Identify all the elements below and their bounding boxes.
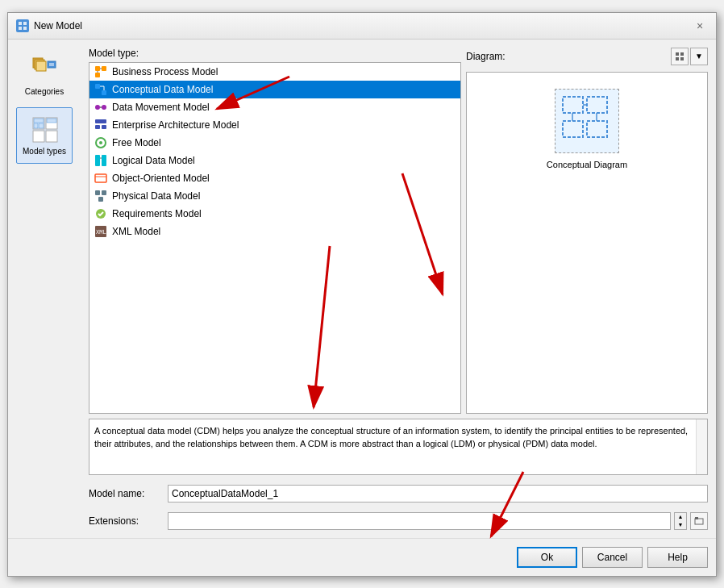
svg-rect-31	[102, 125, 106, 129]
req-icon	[94, 207, 107, 220]
svg-rect-12	[39, 123, 44, 128]
list-item-label: Conceptual Data Model	[112, 84, 213, 95]
ok-button[interactable]: Ok	[517, 547, 577, 568]
sidebar-item-categories[interactable]: Categories	[16, 48, 73, 104]
left-sidebar: Categories	[16, 48, 81, 530]
list-item-label: XML Model	[112, 226, 160, 237]
diagram-toolbar: ▼	[671, 48, 708, 65]
svg-point-26	[95, 105, 100, 110]
extensions-input[interactable]	[168, 512, 671, 530]
svg-point-27	[102, 105, 106, 110]
diagram-section: Diagram:	[466, 48, 708, 414]
title-bar: New Model ×	[8, 13, 716, 40]
svg-rect-11	[34, 123, 38, 128]
list-item[interactable]: Data Movement Model	[89, 98, 460, 116]
list-item-label: Free Model	[112, 137, 161, 148]
model-type-label: Model type:	[89, 48, 461, 59]
svg-rect-10	[34, 119, 44, 123]
diagram-thumbnail	[555, 89, 619, 153]
svg-rect-14	[47, 119, 56, 123]
cancel-button[interactable]: Cancel	[582, 547, 643, 568]
model-name-input[interactable]	[168, 485, 708, 503]
dialog-title: New Model	[34, 20, 82, 31]
model-name-label: Model name:	[89, 488, 161, 499]
main-content: Categories	[16, 48, 708, 530]
svg-rect-56	[695, 519, 703, 524]
dialog-icon	[16, 19, 29, 32]
oom-icon	[94, 172, 107, 185]
svg-rect-57	[695, 517, 698, 519]
list-item[interactable]: Object-Oriented Model	[89, 169, 460, 187]
svg-rect-22	[95, 84, 100, 89]
free-icon	[94, 136, 107, 149]
list-item[interactable]: Conceptual Data Model	[89, 81, 460, 98]
svg-rect-35	[102, 155, 106, 166]
list-item-label: Requirements Model	[112, 208, 202, 219]
svg-text:XML: XML	[96, 229, 106, 236]
help-button[interactable]: Help	[647, 547, 708, 568]
svg-rect-34	[95, 155, 100, 166]
svg-rect-30	[95, 125, 100, 129]
center-panel: Model type:	[89, 48, 708, 530]
svg-rect-47	[676, 57, 679, 60]
svg-rect-2	[19, 27, 22, 30]
spin-down[interactable]: ▼	[675, 521, 686, 529]
list-item-label: Physical Data Model	[112, 190, 200, 202]
list-item-label: Enterprise Architecture Model	[112, 119, 239, 131]
sidebar-item-model-types[interactable]: Model types	[16, 107, 73, 164]
panel-row: Model type:	[89, 48, 708, 414]
svg-rect-1	[23, 22, 27, 25]
grid-view-button[interactable]	[671, 48, 689, 65]
description-text: A conceptual data model (CDM) helps you …	[94, 426, 688, 449]
pdm-icon	[94, 190, 107, 202]
list-item-label: Logical Data Model	[112, 155, 195, 166]
dialog-body: Categories	[8, 40, 716, 538]
model-types-icon	[30, 115, 59, 144]
list-item[interactable]: Free Model	[89, 134, 460, 152]
svg-rect-51	[563, 121, 583, 137]
svg-rect-8	[49, 63, 54, 66]
categories-label: Categories	[25, 87, 64, 97]
svg-rect-46	[680, 52, 684, 56]
list-item-label: Data Movement Model	[112, 102, 210, 113]
svg-rect-23	[102, 90, 106, 95]
svg-rect-48	[680, 57, 684, 60]
extensions-browse-button[interactable]	[690, 512, 708, 530]
svg-rect-3	[23, 27, 27, 30]
model-types-label: Model types	[23, 147, 66, 156]
diagram-panel[interactable]: Conceptual Diagram	[466, 72, 708, 414]
description-scrollbar[interactable]	[696, 419, 707, 474]
list-item[interactable]: Business Process Model	[89, 63, 460, 81]
close-button[interactable]: ×	[692, 18, 708, 34]
list-item[interactable]: Logical Data Model	[89, 152, 460, 169]
cdm-icon	[94, 83, 107, 96]
extensions-label: Extensions:	[89, 515, 161, 527]
svg-rect-17	[95, 66, 100, 71]
svg-rect-18	[102, 66, 106, 71]
list-item[interactable]: Enterprise Architecture Model	[89, 116, 460, 134]
categories-icon	[30, 55, 59, 84]
title-bar-left: New Model	[16, 19, 82, 32]
svg-rect-40	[102, 190, 106, 195]
ldm-icon	[94, 154, 107, 167]
diagram-label: Diagram:	[466, 51, 506, 62]
list-item[interactable]: Physical Data Model	[89, 187, 460, 205]
svg-rect-16	[46, 131, 57, 142]
diagram-name: Conceptual Diagram	[547, 160, 627, 169]
eam-icon	[94, 119, 107, 131]
bpm-icon	[94, 65, 107, 78]
dropdown-button[interactable]: ▼	[690, 48, 708, 65]
list-item[interactable]: XML XML Model	[89, 223, 460, 240]
extensions-row: Extensions: ▲ ▼	[89, 512, 708, 530]
svg-rect-19	[95, 73, 100, 77]
svg-rect-29	[95, 119, 106, 123]
list-item-label: Business Process Model	[112, 66, 218, 77]
spin-up[interactable]: ▲	[675, 513, 686, 521]
dmm-icon	[94, 101, 107, 114]
svg-rect-15	[33, 131, 44, 142]
extensions-spinner: ▲ ▼	[674, 512, 687, 530]
model-type-list[interactable]: Business Process Model	[89, 62, 461, 414]
list-item[interactable]: Requirements Model	[89, 205, 460, 223]
svg-point-33	[99, 141, 102, 144]
dialog-footer: Ok Cancel Help	[8, 538, 716, 576]
